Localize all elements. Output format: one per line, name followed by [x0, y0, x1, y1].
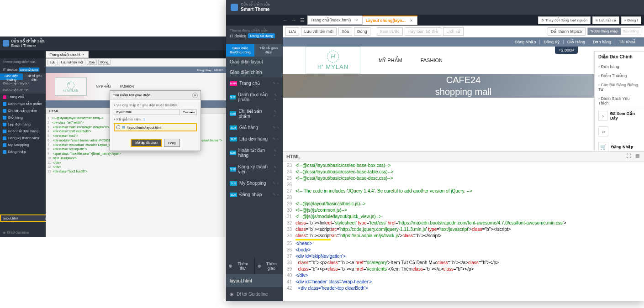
code-line[interactable]: 40</div> — [283, 272, 644, 279]
sm-close-button[interactable]: Đóng — [98, 60, 111, 65]
item-actions-icon[interactable]: ✎ × — [273, 81, 279, 85]
item-actions-icon[interactable]: ✎ × — [274, 110, 280, 118]
nav-cosmetics[interactable]: MỸ PHẨM — [379, 57, 402, 63]
code-line[interactable]: 41<div id='header' class='wrap-header'> — [283, 279, 644, 285]
saveas-button[interactable]: Lưu với tên mới — [301, 27, 337, 36]
code-line[interactable]: 24<!--@css(/layout/basic/css/ec-base-tab… — [283, 169, 644, 175]
modal-result-row[interactable]: ▤ /layout/basic/layout.html — [114, 123, 197, 131]
plink-order[interactable]: Đơn hàng — [593, 40, 615, 44]
float-link-orders[interactable]: › Đơn hàng — [595, 62, 644, 71]
before-login-option[interactable]: Trước đăng nhập — [588, 28, 621, 35]
item-actions-icon[interactable]: ✎ × — [273, 125, 279, 130]
preview-logo[interactable]: H H' MYLAN — [306, 47, 360, 74]
modal-search-button[interactable]: Tìm kiếm — [181, 109, 197, 115]
plink-login[interactable]: Đăng Nhập — [515, 40, 540, 44]
close-icon[interactable]: × — [82, 52, 84, 57]
sm-plink-register[interactable]: Đăng K — [214, 68, 223, 71]
https-button[interactable]: Đổi thành https:// — [548, 27, 586, 36]
lg-item-5[interactable]: SUBHoàn tất đơn hàng✎ × — [226, 145, 283, 161]
code-line[interactable]: 36<body> — [283, 247, 644, 253]
plink-account[interactable]: Tài Khoả — [619, 40, 639, 44]
sm-search-input[interactable] — [1, 215, 45, 221]
code-line[interactable]: 26 — [283, 182, 644, 188]
modal-search-input[interactable] — [114, 109, 180, 115]
history-button[interactable]: Lịch sử — [443, 27, 464, 36]
add-folder-button[interactable]: ⊕Thêm thư — [226, 258, 254, 274]
code-line[interactable]: 33class="b"><script src='http://code.jqu… — [283, 226, 644, 233]
expand-icon[interactable]: ⛶ — [626, 153, 632, 160]
item-actions-icon[interactable]: ✎ × — [274, 93, 279, 101]
sm-seltab-all[interactable]: Tất cả giao diện — [23, 73, 46, 80]
lg-item-6[interactable]: SUBĐăng ký thành viên✎ × — [226, 161, 283, 177]
lg-guideline-link[interactable]: ◉ Đi tới Guideline — [226, 287, 283, 301]
code-line[interactable]: 28 — [283, 194, 644, 201]
lg-seltab-common[interactable]: Giao diện thường dùng — [226, 44, 254, 57]
code-line[interactable]: 42 <div class='header-top clearBoth'> — [283, 285, 644, 292]
float-link-points[interactable]: › Điểm Thưởng — [595, 71, 644, 80]
menu-icon[interactable]: ☰ — [300, 17, 305, 23]
lg-item-3[interactable]: SUBGiỏ hàng✎ × — [226, 122, 283, 133]
sm-item-complete[interactable]: Hoàn tất đơn hàng — [0, 128, 46, 135]
forward-icon[interactable]: → — [291, 17, 296, 23]
lg-item-7[interactable]: SUBMy Shopping✎ × — [226, 177, 283, 189]
sm-tab-index[interactable]: Trang chủ(index.ht× — [46, 51, 89, 58]
sm-save-button[interactable]: Lưu — [48, 60, 58, 65]
sm-seltab-common[interactable]: Giao diện thường — [0, 73, 23, 80]
sm-saveas-button[interactable]: Lưu với tên mới — [59, 60, 85, 65]
sm-nav-fashion[interactable]: FASHION — [120, 85, 134, 89]
code-line[interactable]: 35</head> — [283, 240, 644, 247]
modal-close-icon[interactable]: × — [192, 93, 198, 98]
code-line[interactable]: 25<!--@css(/layout/basic/css/ec-base-des… — [283, 175, 644, 182]
sm-item-myshopping[interactable]: My Shopping — [0, 141, 46, 148]
code-line[interactable]: 27<!-- The code in includes 'JQuery 1.4.… — [283, 188, 644, 194]
preview-button[interactable]: Xem trước — [377, 27, 403, 36]
back-icon[interactable]: ← — [283, 17, 288, 23]
item-actions-icon[interactable]: ✎ × — [273, 137, 279, 141]
item-actions-icon[interactable]: ✎ × — [274, 149, 279, 157]
item-actions-icon[interactable]: ✎ × — [274, 165, 279, 173]
lg-item-1[interactable]: SUBDanh mục sản phẩm✎ × — [226, 89, 283, 105]
modal-close-button[interactable]: Đóng — [164, 139, 180, 147]
after-login-option[interactable]: Sau đăng — [621, 28, 641, 35]
tab-layout[interactable]: Layout chung(layo...× — [362, 16, 417, 25]
chevron-right-icon[interactable]: › — [598, 111, 607, 121]
lg-item-8[interactable]: SUBĐăng nhập✎ × — [226, 189, 283, 200]
close-icon[interactable]: × — [410, 18, 412, 23]
sm-guideline-link[interactable]: ◉ Đi tới Guideline — [0, 228, 46, 237]
code-line[interactable]: 23<!--@css(/layout/basic/css/ec-base-box… — [283, 162, 644, 169]
float-link-wishlist[interactable]: › Danh Sách Yêu Thích — [595, 94, 644, 108]
bulk-replace-button[interactable]: ↻ Thay đổi đồng loạt nguồn — [538, 16, 591, 24]
lg-seltab-all[interactable]: Tất cả giao diện — [254, 44, 283, 57]
code-editor[interactable]: 23<!--@css(/layout/basic/css/ec-base-box… — [283, 162, 644, 301]
search-icon[interactable]: ⌕ — [598, 126, 608, 136]
close-icon[interactable]: × — [355, 18, 358, 22]
code-line[interactable]: 34class="b"><script src='https://api.adp… — [283, 233, 644, 240]
sm-item-category[interactable]: Danh mục sản phẩm — [0, 100, 46, 107]
close-button[interactable]: Đóng — [354, 27, 370, 36]
sm-item-login[interactable]: Đăng nhập — [0, 148, 46, 155]
code-line[interactable]: 30<!--@js(/js/common.js)--> — [283, 207, 644, 214]
code-line[interactable]: 38 class="b"><p>class="b"><a href='#cate… — [283, 260, 644, 266]
sm-item-home[interactable]: Trang chủ — [0, 94, 46, 100]
canceltags-button[interactable]: Hủy toàn bộ thẻ — [405, 27, 442, 36]
lg-item-4[interactable]: SUBLập đơn hàng✎ × — [226, 133, 283, 145]
cart-icon[interactable]: 🛒 — [598, 142, 608, 151]
tab-index[interactable]: Trang chủ(index.html)× — [307, 16, 363, 25]
save-button[interactable]: Lưu — [285, 27, 299, 36]
modal-open-button[interactable]: Mở tệp đã chọn — [131, 139, 162, 147]
sm-item-register[interactable]: Đăng ký thành viên — [0, 135, 46, 141]
close-all-button[interactable]: × Đóng t — [621, 16, 641, 24]
code-line[interactable]: 29<!--@js(/layout/basic/js/basic.js)--> — [283, 201, 644, 207]
split-icon[interactable]: ▤ — [634, 153, 640, 160]
save-all-button[interactable]: ⎘ Lưu tất cả — [592, 16, 619, 24]
code-line[interactable]: 37<div id='skipNavigation'> — [283, 253, 644, 260]
sm-item-detail[interactable]: Chi tiết sản phẩm — [0, 107, 46, 114]
login-state-toggle[interactable]: Trước đăng nhập Sau đăng — [587, 27, 641, 35]
lg-item-2[interactable]: SUBChi tiết sản phẩm✎ × — [226, 105, 283, 122]
lg-item-0[interactable]: MAINTrang chủ✎ × — [226, 78, 283, 89]
item-actions-icon[interactable]: ✎ × — [273, 193, 279, 197]
nav-fashion[interactable]: FASHION — [421, 57, 443, 63]
code-line[interactable]: 31<!--@js(/js/module/layout/quick_view.j… — [283, 214, 644, 220]
code-line[interactable]: 39 class="b"><p>class="b"><a href='#cont… — [283, 266, 644, 272]
plink-register[interactable]: Đăng Ký — [544, 40, 564, 44]
